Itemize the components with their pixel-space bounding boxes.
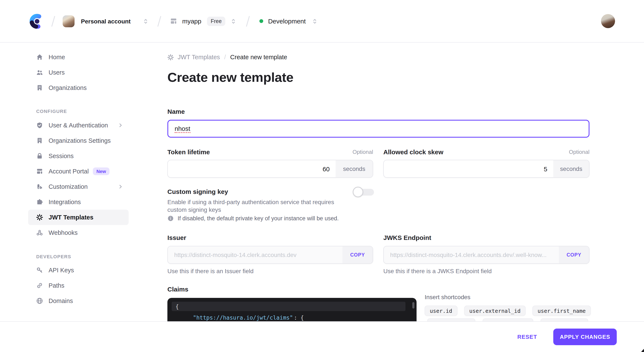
toggle-knob [353, 187, 363, 197]
breadcrumb-separator: / [224, 54, 226, 61]
sidebar-item-label: Paths [48, 282, 64, 289]
jwks-endpoint-label: JWKS Endpoint [383, 234, 431, 241]
shield-icon [36, 122, 43, 129]
user-avatar[interactable] [601, 14, 615, 28]
claims-code-editor[interactable]: { "https://hasura.io/jwt/claims": { [168, 298, 416, 321]
new-badge: New [93, 167, 110, 175]
breadcrumb-current: Create new template [230, 54, 287, 61]
top-bar: Personal account myapp Free Deve [0, 0, 644, 43]
sidebar-item-webhooks[interactable]: Webhooks [28, 225, 129, 240]
info-icon [168, 215, 174, 222]
sidebar-item-integrations[interactable]: Integrations [28, 194, 129, 210]
home-icon [36, 54, 43, 61]
header-separator [51, 16, 55, 27]
sidebar-item-label: Webhooks [48, 229, 78, 236]
apply-changes-button[interactable]: APPLY CHANGES [553, 328, 617, 345]
issuer-input: https://distinct-mosquito-14.clerk.accou… [168, 246, 373, 264]
lock-icon [36, 153, 43, 159]
sidebar-section-configure: CONFIGURE [28, 109, 140, 114]
token-lifetime-value[interactable]: 60 [168, 160, 336, 177]
sidebar-item-paths[interactable]: Paths [28, 278, 129, 293]
shortcode-chip[interactable]: user.external_id [464, 305, 526, 316]
issuer-copy-button[interactable]: COPY [342, 246, 373, 263]
signing-key-info-text: If disabled, the default private key of … [178, 215, 338, 222]
token-lifetime-unit: seconds [336, 160, 373, 177]
application-icon [170, 18, 177, 25]
jwks-placeholder: https://distinct-mosquito-14.clerk.accou… [390, 251, 547, 258]
name-value: nhost [175, 125, 190, 133]
breadcrumb: JWT Templates / Create new template [168, 54, 287, 61]
sidebar-item-label: Sessions [48, 153, 74, 159]
clerk-logo[interactable] [30, 14, 45, 29]
customization-icon [36, 183, 43, 190]
clock-skew-value[interactable]: 5 [384, 160, 553, 177]
shortcode-chip[interactable]: user.first_name [532, 305, 591, 316]
code-line: { [172, 302, 406, 311]
clerk-dashboard: Personal account myapp Free Deve [0, 0, 644, 352]
issuer-helper: Use this if there is an Issuer field [168, 268, 254, 274]
optional-label: Optional [352, 149, 373, 155]
editor-scrollbar[interactable] [412, 302, 414, 308]
token-lifetime-label-row: Token lifetime Optional [168, 148, 373, 156]
jwks-endpoint-input: https://distinct-mosquito-14.clerk.accou… [383, 246, 590, 264]
main-content: JWT Templates / Create new template Crea… [140, 43, 644, 352]
sidebar-item-user-authentication[interactable]: User & Authentication [28, 118, 129, 133]
chevron-updown-icon [142, 18, 148, 25]
building-icon [36, 137, 43, 144]
sidebar-item-customization[interactable]: Customization [28, 179, 129, 194]
action-bar: RESET APPLY CHANGES [0, 321, 644, 352]
sidebar-item-label: JWT Templates [48, 214, 94, 221]
organizations-icon [36, 84, 43, 91]
account-name: Personal account [81, 18, 130, 25]
burst-icon [36, 214, 43, 221]
jwks-copy-button[interactable]: COPY [559, 246, 589, 263]
environment-name: Development [268, 18, 306, 25]
sidebar-item-home[interactable]: Home [28, 50, 129, 65]
application-name: myapp [182, 18, 201, 25]
environment-switcher[interactable]: Development [260, 18, 318, 25]
sidebar-item-label: Home [48, 54, 65, 61]
sidebar-section-developers: DEVELOPERS [28, 254, 140, 259]
sidebar-item-label: User & Authentication [48, 122, 108, 129]
name-input[interactable]: nhost [168, 120, 590, 138]
breadcrumb-parent[interactable]: JWT Templates [178, 54, 220, 61]
sidebar: Home Users Organizations CONFIGURE User [0, 43, 140, 352]
sidebar-item-organizations[interactable]: Organizations [28, 80, 129, 96]
sidebar-item-jwt-templates[interactable]: JWT Templates [28, 210, 129, 225]
sidebar-item-label: Customization [48, 183, 88, 190]
issuer-placeholder: https://distinct-mosquito-14.clerk.accou… [174, 251, 296, 258]
reset-button[interactable]: RESET [517, 334, 537, 340]
custom-signing-key-toggle[interactable] [353, 187, 374, 197]
sidebar-item-sessions[interactable]: Sessions [28, 148, 129, 164]
jwks-helper: Use this if there is a JWKS Endpoint fie… [383, 268, 492, 274]
claims-label: Claims [168, 285, 188, 293]
key-icon [36, 267, 43, 274]
page-title: Create new template [168, 70, 294, 85]
sidebar-item-label: Users [48, 69, 65, 76]
shortcode-chip[interactable]: user.id [425, 305, 457, 316]
header-separator [157, 16, 161, 27]
optional-label: Optional [569, 149, 590, 155]
header-separator [246, 16, 250, 27]
sidebar-item-label: Integrations [48, 199, 81, 205]
account-avatar [62, 15, 74, 27]
link-icon [36, 282, 43, 289]
clock-skew-label: Allowed clock skew [383, 148, 444, 156]
puzzle-icon [36, 199, 43, 205]
sidebar-item-organizations-settings[interactable]: Organizations Settings [28, 133, 129, 148]
token-lifetime-input[interactable]: 60 seconds [168, 160, 373, 178]
webhook-icon [36, 229, 43, 236]
clock-skew-input[interactable]: 5 seconds [383, 160, 590, 178]
insert-shortcodes-label: Insert shortcodes [425, 294, 470, 300]
sidebar-item-api-keys[interactable]: API Keys [28, 262, 129, 278]
custom-signing-key-label: Custom signing key [168, 188, 228, 195]
account-switcher[interactable]: Personal account [62, 15, 148, 27]
application-switcher[interactable]: myapp Free [170, 17, 236, 26]
sidebar-item-label: Account Portal [48, 168, 89, 175]
sidebar-item-account-portal[interactable]: Account Portal New [28, 164, 129, 179]
sidebar-item-label: Organizations Settings [48, 137, 111, 144]
users-icon [36, 69, 43, 76]
sidebar-item-users[interactable]: Users [28, 65, 129, 80]
sidebar-item-domains[interactable]: Domains [28, 293, 129, 308]
chevron-right-icon [118, 184, 124, 190]
